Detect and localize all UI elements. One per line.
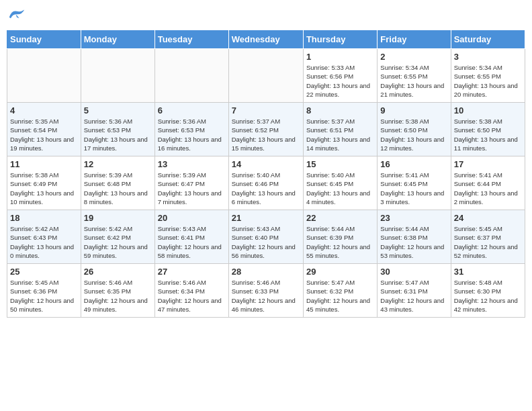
calendar-cell [228, 49, 303, 103]
calendar-cell: 13Sunrise: 5:39 AM Sunset: 6:47 PM Dayli… [154, 156, 228, 210]
day-number: 25 [10, 267, 78, 277]
calendar-cell: 11Sunrise: 5:38 AM Sunset: 6:49 PM Dayli… [7, 156, 81, 210]
calendar-cell: 25Sunrise: 5:45 AM Sunset: 6:36 PM Dayli… [7, 264, 81, 318]
calendar-cell: 19Sunrise: 5:42 AM Sunset: 6:42 PM Dayli… [81, 210, 154, 264]
day-number: 7 [232, 105, 300, 116]
day-number: 18 [10, 213, 78, 223]
calendar-week-2: 4Sunrise: 5:35 AM Sunset: 6:54 PM Daylig… [7, 103, 525, 156]
calendar-cell: 17Sunrise: 5:41 AM Sunset: 6:44 PM Dayli… [451, 156, 525, 210]
day-number: 3 [454, 52, 522, 62]
calendar-cell [81, 49, 154, 103]
day-info: Sunrise: 5:42 AM Sunset: 6:43 PM Dayligh… [10, 224, 78, 260]
day-info: Sunrise: 5:37 AM Sunset: 6:51 PM Dayligh… [306, 117, 374, 152]
header-monday: Monday [81, 30, 154, 49]
day-number: 30 [380, 267, 447, 277]
day-number: 26 [84, 267, 152, 277]
day-info: Sunrise: 5:48 AM Sunset: 6:30 PM Dayligh… [454, 278, 522, 314]
calendar-week-3: 11Sunrise: 5:38 AM Sunset: 6:49 PM Dayli… [7, 156, 525, 210]
day-info: Sunrise: 5:37 AM Sunset: 6:52 PM Dayligh… [232, 117, 300, 152]
header-wednesday: Wednesday [228, 30, 303, 49]
day-number: 15 [306, 159, 374, 169]
day-info: Sunrise: 5:46 AM Sunset: 6:33 PM Dayligh… [232, 278, 300, 314]
calendar-cell: 21Sunrise: 5:43 AM Sunset: 6:40 PM Dayli… [228, 210, 303, 264]
day-info: Sunrise: 5:43 AM Sunset: 6:41 PM Dayligh… [158, 224, 226, 260]
day-info: Sunrise: 5:40 AM Sunset: 6:45 PM Dayligh… [306, 171, 374, 206]
day-info: Sunrise: 5:41 AM Sunset: 6:44 PM Dayligh… [454, 171, 522, 206]
calendar-cell: 1Sunrise: 5:33 AM Sunset: 6:56 PM Daylig… [303, 49, 377, 103]
logo-bird-icon [7, 7, 27, 23]
day-number: 6 [158, 105, 226, 116]
day-number: 19 [84, 213, 152, 223]
day-info: Sunrise: 5:40 AM Sunset: 6:46 PM Dayligh… [232, 171, 300, 206]
day-number: 24 [454, 213, 522, 223]
day-number: 13 [158, 159, 226, 169]
calendar-cell: 15Sunrise: 5:40 AM Sunset: 6:45 PM Dayli… [303, 156, 377, 210]
day-info: Sunrise: 5:45 AM Sunset: 6:37 PM Dayligh… [454, 224, 522, 260]
calendar-cell: 6Sunrise: 5:36 AM Sunset: 6:53 PM Daylig… [154, 103, 228, 156]
calendar-cell: 28Sunrise: 5:46 AM Sunset: 6:33 PM Dayli… [228, 264, 303, 318]
day-info: Sunrise: 5:46 AM Sunset: 6:34 PM Dayligh… [158, 278, 226, 314]
calendar-cell [7, 49, 81, 103]
calendar-cell: 5Sunrise: 5:36 AM Sunset: 6:53 PM Daylig… [81, 103, 154, 156]
day-info: Sunrise: 5:39 AM Sunset: 6:48 PM Dayligh… [84, 171, 152, 206]
calendar-header-row: SundayMondayTuesdayWednesdayThursdayFrid… [7, 30, 525, 49]
day-number: 28 [232, 267, 300, 277]
calendar-cell: 8Sunrise: 5:37 AM Sunset: 6:51 PM Daylig… [303, 103, 377, 156]
header-saturday: Saturday [451, 30, 525, 49]
day-info: Sunrise: 5:36 AM Sunset: 6:53 PM Dayligh… [84, 117, 152, 152]
calendar-cell: 20Sunrise: 5:43 AM Sunset: 6:41 PM Dayli… [154, 210, 228, 264]
day-info: Sunrise: 5:47 AM Sunset: 6:32 PM Dayligh… [306, 278, 374, 314]
header-friday: Friday [378, 30, 451, 49]
day-number: 9 [380, 105, 447, 116]
header-tuesday: Tuesday [154, 30, 228, 49]
day-info: Sunrise: 5:33 AM Sunset: 6:56 PM Dayligh… [306, 63, 374, 99]
day-number: 11 [10, 159, 78, 169]
calendar-cell: 14Sunrise: 5:40 AM Sunset: 6:46 PM Dayli… [228, 156, 303, 210]
logo [7, 7, 30, 23]
day-number: 2 [380, 52, 447, 62]
day-info: Sunrise: 5:36 AM Sunset: 6:53 PM Dayligh… [158, 117, 226, 152]
day-number: 20 [158, 213, 226, 223]
day-number: 31 [454, 267, 522, 277]
calendar-cell: 10Sunrise: 5:38 AM Sunset: 6:50 PM Dayli… [451, 103, 525, 156]
calendar-cell: 4Sunrise: 5:35 AM Sunset: 6:54 PM Daylig… [7, 103, 81, 156]
page-header [7, 7, 525, 23]
day-info: Sunrise: 5:41 AM Sunset: 6:45 PM Dayligh… [380, 171, 447, 206]
day-info: Sunrise: 5:34 AM Sunset: 6:55 PM Dayligh… [380, 63, 447, 99]
day-info: Sunrise: 5:44 AM Sunset: 6:38 PM Dayligh… [380, 224, 447, 260]
day-number: 17 [454, 159, 522, 169]
day-info: Sunrise: 5:38 AM Sunset: 6:50 PM Dayligh… [454, 117, 522, 152]
calendar-week-5: 25Sunrise: 5:45 AM Sunset: 6:36 PM Dayli… [7, 264, 525, 318]
day-info: Sunrise: 5:45 AM Sunset: 6:36 PM Dayligh… [10, 278, 78, 314]
calendar-cell: 31Sunrise: 5:48 AM Sunset: 6:30 PM Dayli… [451, 264, 525, 318]
day-info: Sunrise: 5:38 AM Sunset: 6:49 PM Dayligh… [10, 171, 78, 206]
day-info: Sunrise: 5:47 AM Sunset: 6:31 PM Dayligh… [380, 278, 447, 314]
calendar-table: SundayMondayTuesdayWednesdayThursdayFrid… [7, 30, 525, 318]
calendar-cell: 2Sunrise: 5:34 AM Sunset: 6:55 PM Daylig… [378, 49, 451, 103]
calendar-cell: 27Sunrise: 5:46 AM Sunset: 6:34 PM Dayli… [154, 264, 228, 318]
day-number: 1 [306, 52, 374, 62]
day-info: Sunrise: 5:43 AM Sunset: 6:40 PM Dayligh… [232, 224, 300, 260]
calendar-cell: 16Sunrise: 5:41 AM Sunset: 6:45 PM Dayli… [378, 156, 451, 210]
day-info: Sunrise: 5:46 AM Sunset: 6:35 PM Dayligh… [84, 278, 152, 314]
day-info: Sunrise: 5:42 AM Sunset: 6:42 PM Dayligh… [84, 224, 152, 260]
calendar-cell: 23Sunrise: 5:44 AM Sunset: 6:38 PM Dayli… [378, 210, 451, 264]
calendar-cell: 29Sunrise: 5:47 AM Sunset: 6:32 PM Dayli… [303, 264, 377, 318]
day-number: 16 [380, 159, 447, 169]
day-number: 8 [306, 105, 374, 116]
calendar-cell: 7Sunrise: 5:37 AM Sunset: 6:52 PM Daylig… [228, 103, 303, 156]
calendar-cell: 12Sunrise: 5:39 AM Sunset: 6:48 PM Dayli… [81, 156, 154, 210]
day-info: Sunrise: 5:39 AM Sunset: 6:47 PM Dayligh… [158, 171, 226, 206]
day-number: 14 [232, 159, 300, 169]
day-number: 29 [306, 267, 374, 277]
calendar-cell: 24Sunrise: 5:45 AM Sunset: 6:37 PM Dayli… [451, 210, 525, 264]
day-number: 22 [306, 213, 374, 223]
calendar-cell: 3Sunrise: 5:34 AM Sunset: 6:55 PM Daylig… [451, 49, 525, 103]
day-number: 21 [232, 213, 300, 223]
calendar-cell: 22Sunrise: 5:44 AM Sunset: 6:39 PM Dayli… [303, 210, 377, 264]
day-number: 27 [158, 267, 226, 277]
day-info: Sunrise: 5:35 AM Sunset: 6:54 PM Dayligh… [10, 117, 78, 152]
day-info: Sunrise: 5:34 AM Sunset: 6:55 PM Dayligh… [454, 63, 522, 99]
calendar-week-1: 1Sunrise: 5:33 AM Sunset: 6:56 PM Daylig… [7, 49, 525, 103]
calendar-week-4: 18Sunrise: 5:42 AM Sunset: 6:43 PM Dayli… [7, 210, 525, 264]
